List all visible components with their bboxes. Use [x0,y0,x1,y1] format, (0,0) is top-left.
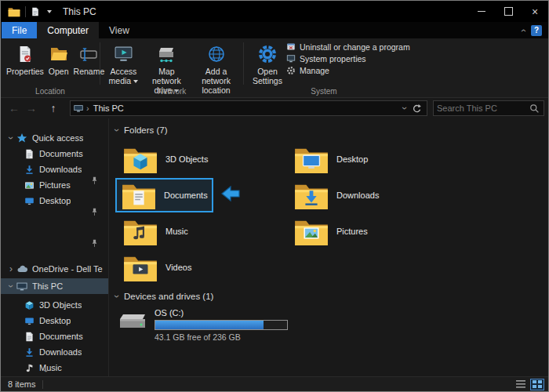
manage-icon [286,66,296,75]
sidebar-item-pictures[interactable]: Pictures [1,177,108,193]
folder-tile-documents[interactable]: Documents [115,178,213,212]
system-properties-icon [286,54,296,64]
refresh-icon[interactable] [412,103,422,114]
breadcrumb-chevron-icon[interactable]: › [86,104,89,113]
sidebar-label: 3D Objects [39,300,82,310]
thumbnail-view-icon [533,380,542,388]
folders-header-label: Folders (7) [124,125,168,135]
quick-access-toolbar-icon[interactable] [31,7,40,16]
open-settings-button[interactable]: Open Settings [248,42,287,87]
rename-icon [79,43,98,65]
folders-section-header[interactable]: › Folders (7) [115,125,168,135]
ribbon-group-network: Access media Map network drive Add a net… [101,38,242,97]
map-network-drive-icon [157,43,176,65]
system-group-label: System [245,87,402,96]
sidebar-item-music[interactable]: Music [1,360,108,376]
close-button[interactable]: × [522,1,548,22]
breadcrumb-location[interactable]: This PC [93,103,124,113]
details-view-button[interactable] [514,379,528,390]
quick-access-star-icon [16,132,27,143]
sidebar-item-desktop-pc[interactable]: Desktop [1,313,108,328]
access-media-button[interactable]: Access media [104,42,144,87]
maximize-button[interactable] [495,1,522,22]
uninstall-label: Uninstall or change a program [300,42,410,52]
titlebar-separator [25,6,26,17]
folder-tile-desktop[interactable]: Desktop [288,142,373,176]
add-network-location-icon [207,43,226,65]
sidebar-item-downloads-pc[interactable]: Downloads [1,344,108,360]
devices-header-label: Devices and drives (1) [124,292,213,301]
sidebar-item-downloads[interactable]: Downloads [1,162,108,177]
address-dropdown-icon[interactable]: › [400,107,409,110]
tab-computer[interactable]: Computer [37,22,99,38]
uninstall-icon [286,42,296,52]
ribbon-group-system: Open Settings Uninstall or change a prog… [245,38,402,97]
properties-button[interactable]: Properties [4,42,46,78]
documents-folder-icon [121,180,157,210]
content-pane: › Folders (7) 3D Objects Desktop Documen… [109,118,548,377]
uninstall-program-button[interactable]: Uninstall or change a program [286,42,410,52]
help-icon[interactable]: ? [531,25,542,36]
quick-access-label: Quick access [32,133,83,143]
folder-label: 3D Objects [165,154,208,164]
open-button[interactable]: Open [46,42,71,78]
network-group-label: Network [101,87,242,96]
expander-icon[interactable]: › [7,264,15,274]
pictures-icon [24,180,35,191]
collapse-devices-icon[interactable]: › [112,295,122,298]
sidebar-item-onedrive[interactable]: › OneDrive - Dell Te [1,261,108,277]
up-button[interactable]: ↑ [45,98,62,118]
status-bar: 8 items [1,376,548,391]
window-controls: × [468,1,548,22]
videos-folder-icon [122,252,158,282]
system-properties-button[interactable]: System properties [286,54,410,64]
expander-icon[interactable]: › [6,282,16,290]
tab-view[interactable]: View [99,22,140,38]
folder-tile-pictures[interactable]: Pictures [288,214,373,249]
ribbon-group-location: Properties Open Rename Location [1,38,100,97]
sidebar-item-quick-access[interactable]: › Quick access [1,130,108,146]
ribbon-divider [243,42,244,85]
sidebar-item-this-pc[interactable]: › This PC [1,278,108,294]
drive-capacity-fill [155,321,264,329]
access-media-dropdown-icon [133,80,138,83]
sidebar-scroll-down-icon[interactable]: › [42,369,51,372]
desktop-icon [24,316,35,326]
folder-tile-downloads[interactable]: Downloads [288,178,384,212]
search-box[interactable] [433,100,544,116]
search-input[interactable] [434,103,529,113]
collapse-ribbon-icon[interactable]: › [518,29,528,32]
drive-capacity-bar [155,320,288,330]
expander-icon[interactable]: › [6,134,16,142]
search-icon[interactable] [529,103,540,114]
ribbon-tab-strip: File Computer View › ? [1,22,548,38]
sidebar-item-3d-objects[interactable]: 3D Objects [1,297,108,313]
forward-button[interactable]: → [23,98,40,118]
sidebar-item-desktop[interactable]: Desktop [1,193,108,209]
system-properties-label: System properties [300,54,366,64]
minimize-button[interactable] [468,1,495,22]
sidebar-item-documents[interactable]: Documents [1,146,108,162]
drive-free-space: 43.1 GB free of 236 GB [155,332,288,342]
folder-tile-videos[interactable]: Videos [117,250,197,285]
sidebar-item-documents-pc[interactable]: Documents [1,328,108,344]
this-pc-icon [16,281,27,292]
quick-access-toolbar-dropdown-icon[interactable] [47,10,52,13]
manage-button[interactable]: Manage [286,66,410,75]
thumbnail-view-button[interactable] [530,379,544,390]
ribbon-divider [100,42,100,85]
sidebar-label: Downloads [39,347,82,357]
drive-tile-os-c[interactable]: OS (C:) 43.1 GB free of 236 GB [118,308,288,342]
address-bar[interactable]: › This PC › [70,100,427,116]
folder-label: Documents [164,191,208,200]
pin-icon [89,238,100,249]
folder-tile-3d-objects[interactable]: 3D Objects [117,142,213,176]
tab-file[interactable]: File [2,22,37,38]
music-folder-icon [122,216,158,246]
folder-tile-music[interactable]: Music [117,214,194,249]
collapse-folders-icon[interactable]: › [112,129,122,132]
back-button[interactable]: ← [5,98,23,118]
devices-section-header[interactable]: › Devices and drives (1) [115,292,213,301]
pictures-folder-icon [293,216,329,246]
documents-icon [24,149,35,159]
